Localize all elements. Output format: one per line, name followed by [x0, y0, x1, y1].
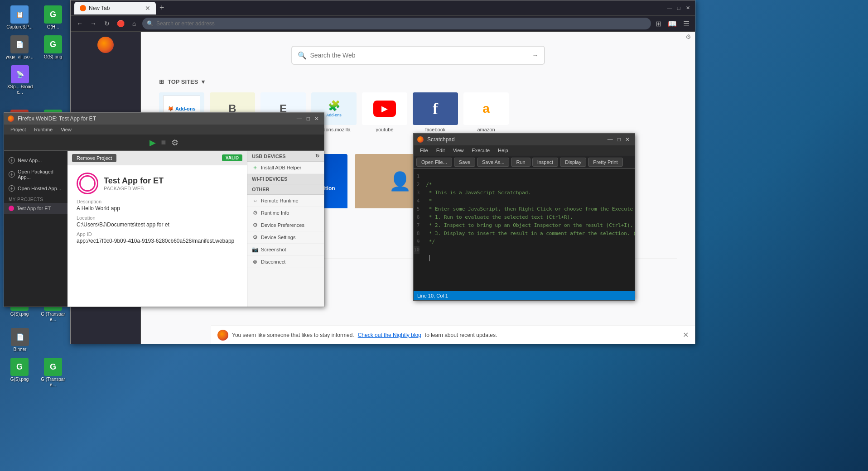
- project-name: Test App for ET: [104, 176, 164, 186]
- browser-settings-icon[interactable]: ⚙: [685, 33, 691, 40]
- webide-close-btn[interactable]: ✕: [313, 115, 320, 122]
- appid-label: App ID: [77, 231, 238, 237]
- desktop-icon-g1[interactable]: G G(H...: [37, 4, 69, 32]
- reload-button[interactable]: ↻: [101, 18, 112, 29]
- forward-button[interactable]: →: [88, 18, 99, 29]
- stop-button[interactable]: 🛑: [115, 18, 126, 29]
- description-value: A Hello World app: [77, 205, 238, 211]
- new-app-btn[interactable]: + New App...: [4, 154, 68, 166]
- disconnect-btn[interactable]: ⊗ Disconnect: [247, 256, 324, 268]
- desktop-icon-g6[interactable]: G G(S).png: [4, 356, 35, 389]
- search-box-container[interactable]: 🔍 →: [291, 46, 545, 65]
- remote-runtime-btn[interactable]: ○ Remote Runtime: [247, 195, 324, 207]
- home-button[interactable]: ⌂: [129, 18, 140, 29]
- firefox-logo: [97, 37, 114, 53]
- desktop-icon-g2[interactable]: G G(S).png: [37, 34, 69, 62]
- browser-minimize-btn[interactable]: —: [666, 5, 673, 12]
- scratchpad-minimize-btn[interactable]: —: [606, 136, 614, 143]
- sp-menu-help[interactable]: Help: [494, 147, 512, 154]
- runtime-info-label: Runtime Info: [261, 210, 289, 216]
- scratchpad-toolbar: Open File... Save Save As... Run Inspect…: [414, 155, 635, 169]
- desktop-icon-g7[interactable]: G G (Transpare...: [37, 356, 69, 389]
- project-item-test-app[interactable]: Test App for ET: [4, 203, 68, 214]
- reader-view-icon[interactable]: 📖: [666, 19, 679, 28]
- webide-minimize-btn[interactable]: —: [295, 115, 304, 122]
- open-packaged-btn[interactable]: + Open Packaged App...: [4, 166, 68, 183]
- tab-label: New Tab: [89, 5, 110, 11]
- site-name-facebook: facebook: [425, 127, 446, 132]
- new-tab-button[interactable]: +: [156, 3, 168, 13]
- screenshot-btn[interactable]: 📷 Screenshot: [247, 244, 324, 256]
- desktop-icon-broadcast[interactable]: 📡 XSp... Broadc...: [4, 63, 36, 97]
- wifi-devices-header: WI-FI DEVICES: [247, 174, 324, 184]
- remote-runtime-icon: ○: [252, 197, 258, 204]
- scratchpad-titlebar: Scratchpad — □ ✕: [414, 134, 635, 145]
- remove-project-btn[interactable]: Remove Project: [72, 154, 116, 162]
- project-location-row: Location C:\Users\BJ\Documents\test app …: [77, 215, 238, 228]
- browser-win-controls: — □ ✕: [666, 5, 691, 12]
- open-hosted-btn[interactable]: + Open Hosted App...: [4, 183, 68, 194]
- run-btn[interactable]: ▶: [149, 138, 156, 148]
- search-icon: 🔍: [147, 20, 154, 27]
- menu-project[interactable]: Project: [7, 126, 29, 133]
- sp-menu-file[interactable]: File: [416, 147, 432, 154]
- top-sites-dropdown-icon[interactable]: ▾: [202, 78, 205, 85]
- site-tile-youtube[interactable]: ▶ youtube: [362, 91, 407, 134]
- tab-new-tab[interactable]: New Tab ✕: [74, 2, 156, 14]
- browser-maximize-btn[interactable]: □: [675, 5, 682, 12]
- install-adb-label: Install ADB Helper: [261, 165, 301, 170]
- display-btn[interactable]: Display: [560, 158, 586, 167]
- bookmarks-icon[interactable]: ⊞: [654, 19, 663, 28]
- browser-menu-icon[interactable]: ☰: [681, 19, 691, 28]
- run-code-btn[interactable]: Run: [511, 158, 530, 167]
- scratchpad-close-btn[interactable]: ✕: [624, 136, 631, 143]
- sp-menu-edit[interactable]: Edit: [433, 147, 448, 154]
- back-button[interactable]: ←: [74, 18, 85, 29]
- site-name-amazon: amazon: [477, 127, 495, 132]
- notif-link[interactable]: Check out the Nightly blog: [358, 332, 421, 338]
- save-as-btn[interactable]: Save As...: [477, 158, 510, 167]
- stop-btn[interactable]: ■: [161, 138, 166, 147]
- menu-runtime[interactable]: Runtime: [30, 126, 56, 133]
- site-tile-amazon[interactable]: a amazon: [463, 91, 509, 134]
- install-adb-btn[interactable]: + Install ADB Helper: [247, 162, 324, 174]
- settings-btn[interactable]: ⚙: [171, 138, 178, 148]
- webide-project-header: Remove Project VALID: [68, 151, 247, 165]
- scratchpad-maximize-btn[interactable]: □: [616, 136, 622, 143]
- sp-menu-execute[interactable]: Execute: [468, 147, 493, 154]
- scratchpad-title: Scratchpad: [427, 136, 603, 143]
- desktop-icon-capture3[interactable]: 📋 Capture3.P...: [4, 4, 35, 32]
- webide-title: Firefox WebIDE: Test App for ET: [18, 115, 292, 122]
- search-input[interactable]: [310, 52, 529, 59]
- webide-maximize-btn[interactable]: □: [305, 115, 311, 122]
- refresh-icon[interactable]: ↻: [315, 153, 319, 159]
- address-bar[interactable]: 🔍: [142, 18, 651, 29]
- pretty-print-btn[interactable]: Pretty Print: [588, 158, 622, 167]
- webide-win-controls: — □ ✕: [295, 115, 320, 122]
- webide-right-panel: USB DEVICES ↻ + Install ADB Helper WI-FI…: [247, 151, 324, 307]
- desktop-icon-blnner[interactable]: 📄 Blnner: [4, 326, 36, 354]
- webide-body: + New App... + Open Packaged App... + Op…: [4, 151, 324, 307]
- site-tile-facebook[interactable]: f facebook: [413, 91, 458, 134]
- runtime-info-btn[interactable]: ⚙ Runtime Info: [247, 207, 324, 219]
- scratchpad-win-controls: — □ ✕: [606, 136, 631, 143]
- inspect-btn[interactable]: Inspect: [532, 158, 558, 167]
- scratchpad-editor[interactable]: 1 2 3 4 5 6 7 8 9 10 /* * This is a Java…: [414, 169, 635, 291]
- tab-favicon: [80, 5, 86, 11]
- tab-close-btn[interactable]: ✕: [145, 5, 150, 12]
- browser-close-btn[interactable]: ✕: [684, 5, 691, 12]
- address-input[interactable]: [156, 20, 646, 27]
- sp-menu-view[interactable]: View: [449, 147, 468, 154]
- notif-close-btn[interactable]: ✕: [683, 331, 689, 339]
- menu-view[interactable]: View: [57, 126, 75, 133]
- code-content[interactable]: /* * This is a JavaScript Scratchpad. * …: [422, 171, 635, 289]
- device-settings-btn[interactable]: ⚙ Device Settings: [247, 231, 324, 244]
- add-icon: +: [9, 157, 15, 163]
- open-file-btn[interactable]: Open File...: [416, 158, 452, 167]
- device-preferences-btn[interactable]: ⚙ Device Preferences: [247, 219, 324, 231]
- webide-menubar: Project Runtime View: [4, 125, 324, 135]
- device-settings-label: Device Settings: [261, 235, 295, 240]
- search-submit-btn[interactable]: →: [532, 52, 539, 59]
- save-btn[interactable]: Save: [454, 158, 475, 167]
- desktop-icon-yoga[interactable]: 📄 yoga_all.jso...: [4, 34, 35, 62]
